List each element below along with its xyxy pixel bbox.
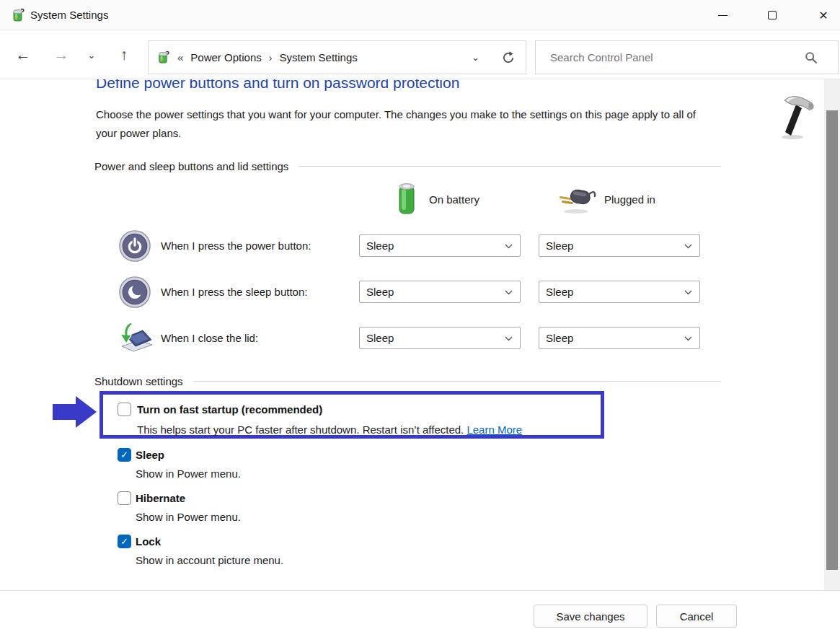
shutdown-section-header: Shutdown settings (94, 375, 721, 387)
breadcrumb-system-settings[interactable]: System Settings (279, 51, 357, 63)
system-settings-window: System Settings ✕ ← → ⌄ ↑ « Power Option… (0, 0, 840, 637)
hibernate-option-label: Hibernate (136, 492, 185, 504)
chevron-down-icon (684, 336, 692, 341)
chevron-down-icon (505, 244, 513, 249)
main-content: Define power buttons and turn on passwor… (0, 79, 840, 590)
chevron-down-icon (505, 336, 513, 341)
chevron-down-icon (505, 290, 513, 295)
plugged-in-column-label: Plugged in (604, 193, 655, 206)
plug-icon (557, 188, 597, 215)
section-rule (193, 381, 721, 382)
chevron-down-icon (684, 290, 692, 295)
learn-more-link[interactable]: Learn More (467, 423, 522, 436)
sleep-button-plugged-in-select[interactable]: Sleep (539, 281, 700, 303)
hibernate-checkbox[interactable] (118, 491, 131, 505)
selected-value: Sleep (366, 286, 394, 298)
selected-value: Sleep (546, 240, 573, 252)
address-bar[interactable]: « Power Options › System Settings ⌄ (148, 40, 526, 74)
search-input[interactable] (536, 41, 838, 74)
power-button-on-battery-select[interactable]: Sleep (359, 234, 521, 257)
highlight-arrow-icon (53, 395, 97, 429)
close-lid-on-battery-select[interactable]: Sleep (359, 327, 521, 349)
navigation-bar: ← → ⌄ ↑ « Power Options › System Setting… (0, 30, 840, 79)
save-changes-button[interactable]: Save changes (534, 605, 647, 628)
fast-startup-description: This helps start your PC faster after sh… (137, 423, 522, 436)
sleep-button-icon (118, 276, 152, 309)
power-section-header: Power and sleep buttons and lid settings (94, 160, 721, 172)
sleep-option-label: Sleep (136, 449, 164, 461)
power-button-row: When I press the power button: Sleep Sle… (0, 229, 840, 263)
shutdown-section-title: Shutdown settings (94, 375, 183, 387)
close-lid-label: When I close the lid: (161, 322, 258, 355)
close-lid-row: When I close the lid: Sleep Sleep (0, 322, 840, 355)
scrollbar-thumb[interactable] (826, 110, 838, 570)
section-rule (299, 166, 721, 167)
chevron-down-icon (684, 244, 692, 249)
address-dropdown-chevron-icon[interactable]: ⌄ (472, 52, 479, 63)
close-button[interactable]: ✕ (807, 0, 840, 30)
power-button-plugged-in-select[interactable]: Sleep (539, 234, 700, 257)
lock-option-description: Show in account picture menu. (136, 554, 283, 566)
close-lid-plugged-in-select[interactable]: Sleep (539, 327, 700, 349)
lock-option-label: Lock (136, 535, 161, 548)
window-title: System Settings (30, 0, 108, 30)
maximize-icon (768, 11, 777, 19)
power-button-label: When I press the power button: (161, 229, 311, 263)
search-box[interactable] (535, 40, 839, 74)
battery-icon (397, 181, 417, 216)
breadcrumb-separator-icon: › (269, 52, 273, 63)
back-button[interactable]: ← (12, 30, 35, 79)
minimize-button[interactable] (706, 0, 739, 30)
lock-checkbox[interactable]: ✓ (118, 535, 131, 548)
footer-bar: Save changes Cancel (0, 590, 840, 637)
cancel-button[interactable]: Cancel (656, 605, 737, 628)
sleep-option-description: Show in Power menu. (136, 467, 241, 480)
sleep-button-label: When I press the sleep button: (161, 276, 307, 309)
on-battery-column-label: On battery (429, 193, 479, 206)
fast-startup-checkbox[interactable] (118, 403, 131, 416)
sleep-button-on-battery-select[interactable]: Sleep (359, 281, 521, 303)
hibernate-option-description: Show in Power menu. (136, 511, 241, 523)
hammer-icon (777, 94, 819, 140)
up-button[interactable]: ↑ (112, 30, 136, 79)
search-icon[interactable] (805, 51, 818, 64)
fast-startup-label: Turn on fast startup (recommended) (137, 403, 322, 416)
vertical-scrollbar[interactable] (824, 79, 840, 590)
minimize-icon (718, 15, 728, 16)
page-description: Choose the power settings that you want … (96, 105, 717, 143)
selected-value: Sleep (366, 332, 394, 344)
power-button-icon (118, 229, 152, 263)
maximize-button[interactable] (756, 0, 789, 30)
refresh-icon[interactable] (501, 50, 516, 65)
sleep-checkbox[interactable]: ✓ (118, 448, 131, 462)
forward-button[interactable]: → (50, 30, 73, 79)
power-options-app-icon (10, 7, 26, 23)
power-section-title: Power and sleep buttons and lid settings (94, 160, 288, 172)
selected-value: Sleep (546, 286, 573, 298)
breadcrumb-power-options[interactable]: Power Options (190, 51, 261, 63)
selected-value: Sleep (366, 240, 394, 252)
breadcrumb-root-icon[interactable]: « (177, 51, 183, 63)
titlebar: System Settings ✕ (0, 0, 840, 30)
recent-pages-chevron-icon[interactable]: ⌄ (81, 30, 102, 79)
fast-startup-description-text: This helps start your PC faster after sh… (137, 423, 467, 436)
page-title: Define power buttons and turn on passwor… (96, 79, 459, 92)
sleep-button-row: When I press the sleep button: Sleep Sle… (0, 276, 840, 309)
close-lid-icon (118, 322, 152, 355)
selected-value: Sleep (546, 332, 573, 344)
power-options-breadcrumb-icon (156, 50, 171, 65)
